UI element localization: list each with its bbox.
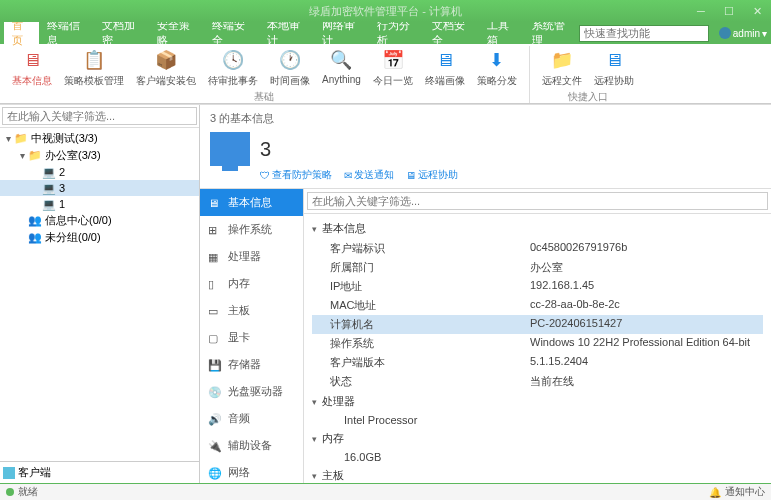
user-name: admin xyxy=(733,28,760,39)
menu-security-policy[interactable]: 安全策略 xyxy=(149,18,204,48)
section-header[interactable]: ▾内存 xyxy=(312,428,763,449)
nav-item-3[interactable]: ▯内存 xyxy=(200,270,303,297)
ribbon-item-6[interactable]: 📅今日一览 xyxy=(367,46,419,90)
client-icon xyxy=(3,467,15,479)
section-title: 处理器 xyxy=(322,394,355,409)
menu-behavior[interactable]: 行为分析 xyxy=(369,18,424,48)
left-tab-label: 客户端 xyxy=(18,465,51,480)
user-badge[interactable]: admin▾ xyxy=(719,27,767,39)
nav-item-9[interactable]: 🔌辅助设备 xyxy=(200,432,303,459)
ribbon-item-1[interactable]: 📋策略模板管理 xyxy=(58,46,130,90)
kv-value: PC-202406151427 xyxy=(530,317,622,332)
nav-item-0[interactable]: 🖥基本信息 xyxy=(200,189,303,216)
menu-doc-security[interactable]: 文档安全 xyxy=(424,18,479,48)
section-header[interactable]: ▾处理器 xyxy=(312,391,763,412)
kv-row[interactable]: 操作系统Windows 10 22H2 Professional Edition… xyxy=(312,334,763,353)
nav-item-7[interactable]: 💿光盘驱动器 xyxy=(200,378,303,405)
minimize-button[interactable]: ─ xyxy=(687,5,715,18)
kv-row[interactable]: 计算机名PC-202406151427 xyxy=(312,315,763,334)
menu-terminal-info[interactable]: 终端信息 xyxy=(39,18,94,48)
menu-terminal-security[interactable]: 终端安全 xyxy=(204,18,259,48)
tree-node-label: 1 xyxy=(59,198,65,210)
ribbon-label: 基本信息 xyxy=(12,74,52,88)
kv-key: 所属部门 xyxy=(330,260,530,275)
tree-node-label: 未分组(0/0) xyxy=(45,230,101,245)
detail-panel: ▾基本信息客户端标识0c4580026791976b所属部门办公室IP地址192… xyxy=(304,189,771,483)
menu-local-audit[interactable]: 本地审计 xyxy=(259,18,314,48)
title-bar: 绿盾加密软件管理平台 - 计算机 ─ ☐ ✕ xyxy=(0,0,771,22)
tree-node[interactable]: 💻2 xyxy=(0,164,199,180)
tree-node-icon: 💻 xyxy=(42,165,56,179)
tree-node[interactable]: ▾📁办公室(3/3) xyxy=(0,147,199,164)
link-remote-assist[interactable]: 🖥 远程协助 xyxy=(406,168,458,182)
ribbon-item-4[interactable]: 🕐时间画像 xyxy=(264,46,316,90)
menu-network-audit[interactable]: 网络审计 xyxy=(314,18,369,48)
tree-node[interactable]: 💻1 xyxy=(0,196,199,212)
menu-tools[interactable]: 工具箱 xyxy=(479,18,524,48)
detail-header: 3 的基本信息 3 🛡 查看防护策略 ✉ 发送通知 🖥 远程协助 xyxy=(200,105,771,189)
link-view-policy[interactable]: 🛡 查看防护策略 xyxy=(260,168,332,182)
kv-value: 0c4580026791976b xyxy=(530,241,627,256)
ribbon-group-basic: 🖥基本信息📋策略模板管理📦客户端安装包🕓待审批事务🕐时间画像🔍Anything📅… xyxy=(6,46,530,103)
tree-node-icon: 👥 xyxy=(28,231,42,245)
nav-icon: 🌐 xyxy=(208,467,222,478)
ribbon-item-2[interactable]: 📦客户端安装包 xyxy=(130,46,202,90)
ribbon-item-0[interactable]: 🖥基本信息 xyxy=(6,46,58,90)
ribbon-item-10[interactable]: 🖥远程协助 xyxy=(588,46,640,90)
ribbon-icon: 🔍 xyxy=(329,48,353,72)
kv-row[interactable]: 状态当前在线 xyxy=(312,372,763,391)
menu-doc-encrypt[interactable]: 文档加密 xyxy=(94,18,149,48)
ribbon-icon: 🕓 xyxy=(221,48,245,72)
maximize-button[interactable]: ☐ xyxy=(715,5,743,18)
nav-label: 处理器 xyxy=(228,249,261,264)
global-search xyxy=(579,25,709,42)
ribbon-item-5[interactable]: 🔍Anything xyxy=(316,46,367,90)
tree-node-icon: 📁 xyxy=(28,149,42,163)
section-title: 基本信息 xyxy=(322,221,366,236)
kv-row[interactable]: 客户端版本5.1.15.2404 xyxy=(312,353,763,372)
link-send-notice[interactable]: ✉ 发送通知 xyxy=(344,168,394,182)
ribbon-item-8[interactable]: ⬇策略分发 xyxy=(471,46,523,90)
user-icon xyxy=(719,27,731,39)
nav-item-10[interactable]: 🌐网络 xyxy=(200,459,303,483)
search-input[interactable] xyxy=(579,25,709,42)
nav-item-1[interactable]: ⊞操作系统 xyxy=(200,216,303,243)
ribbon-label: 远程协助 xyxy=(594,74,634,88)
tree-node[interactable]: 👥信息中心(0/0) xyxy=(0,212,199,229)
kv-row[interactable]: 客户端标识0c4580026791976b xyxy=(312,239,763,258)
ribbon-group-label-quick: 快捷入口 xyxy=(568,90,608,106)
tree-toggle-icon[interactable]: ▾ xyxy=(16,150,28,161)
section-header[interactable]: ▾基本信息 xyxy=(312,218,763,239)
tree-node-label: 2 xyxy=(59,166,65,178)
tree-node[interactable]: ▾📁中视测试(3/3) xyxy=(0,130,199,147)
chevron-down-icon: ▾ xyxy=(312,224,322,234)
tree-node-label: 信息中心(0/0) xyxy=(45,213,112,228)
nav-item-8[interactable]: 🔊音频 xyxy=(200,405,303,432)
detail-search-input[interactable] xyxy=(307,192,768,210)
status-notify: 通知中心 xyxy=(725,485,765,499)
ribbon-icon: 📋 xyxy=(82,48,106,72)
tree-toggle-icon[interactable]: ▾ xyxy=(2,133,14,144)
ribbon-label: 客户端安装包 xyxy=(136,74,196,88)
tree-search-input[interactable] xyxy=(2,107,197,125)
ribbon-item-7[interactable]: 🖥终端画像 xyxy=(419,46,471,90)
kv-row[interactable]: MAC地址cc-28-aa-0b-8e-2c xyxy=(312,296,763,315)
section-title: 内存 xyxy=(322,431,344,446)
section-header[interactable]: ▾主板 xyxy=(312,465,763,483)
nav-item-5[interactable]: ▢显卡 xyxy=(200,324,303,351)
ribbon-item-9[interactable]: 📁远程文件 xyxy=(536,46,588,90)
nav-item-4[interactable]: ▭主板 xyxy=(200,297,303,324)
status-right[interactable]: 🔔 通知中心 xyxy=(709,485,765,499)
close-button[interactable]: ✕ xyxy=(743,5,771,18)
kv-row[interactable]: 所属部门办公室 xyxy=(312,258,763,277)
tree-node[interactable]: 👥未分组(0/0) xyxy=(0,229,199,246)
header-links: 🛡 查看防护策略 ✉ 发送通知 🖥 远程协助 xyxy=(260,168,761,182)
menu-system[interactable]: 系统管理 xyxy=(524,18,579,48)
left-tab-client[interactable]: 客户端 xyxy=(3,465,51,480)
kv-key: 客户端版本 xyxy=(330,355,530,370)
kv-row[interactable]: IP地址192.168.1.45 xyxy=(312,277,763,296)
nav-item-2[interactable]: ▦处理器 xyxy=(200,243,303,270)
nav-item-6[interactable]: 💾存储器 xyxy=(200,351,303,378)
tree-node[interactable]: 💻3 xyxy=(0,180,199,196)
ribbon-item-3[interactable]: 🕓待审批事务 xyxy=(202,46,264,90)
